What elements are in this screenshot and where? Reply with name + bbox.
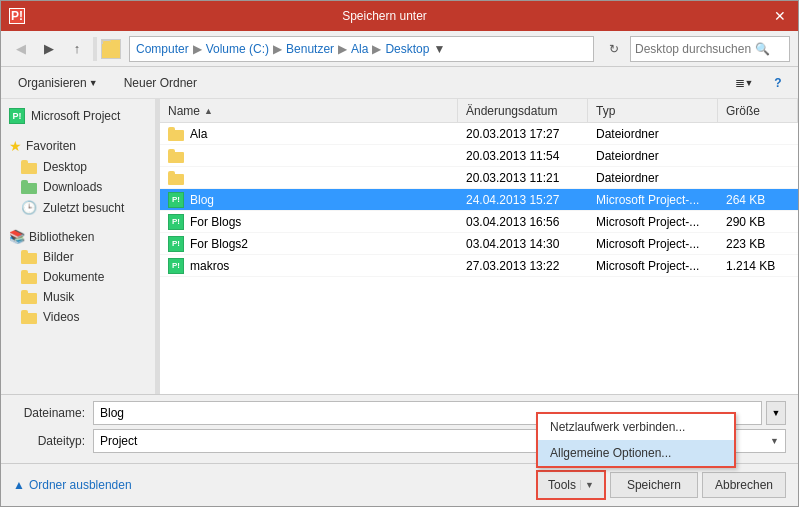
desktop-folder-icon — [21, 160, 37, 174]
file-size-cell: 223 KB — [718, 237, 798, 251]
hide-folder-icon: ▲ — [13, 478, 25, 492]
hide-folder-label: Ordner ausblenden — [29, 478, 132, 492]
search-input[interactable] — [635, 42, 755, 56]
sidebar-libraries-header[interactable]: 📚 Bibliotheken — [1, 226, 155, 247]
folder-icon — [101, 39, 121, 59]
sidebar: P! Microsoft Project ★ Favoriten Desktop… — [1, 99, 156, 394]
file-size-cell: 290 KB — [718, 215, 798, 229]
file-name: Blog — [190, 193, 214, 207]
table-row[interactable]: P! makros 27.03.2013 13:22 Microsoft Pro… — [160, 255, 798, 277]
hide-folder-button[interactable]: ▲ Ordner ausblenden — [13, 478, 132, 492]
cancel-label: Abbrechen — [715, 478, 773, 492]
sidebar-item-ms-project[interactable]: P! Microsoft Project — [1, 105, 155, 127]
app-icon: P! — [9, 8, 25, 24]
table-row[interactable]: Ala 20.03.2013 17:27 Dateiordner — [160, 123, 798, 145]
dokumente-label: Dokumente — [43, 270, 104, 284]
file-date-cell: 20.03.2013 11:54 — [458, 149, 588, 163]
table-row[interactable]: P! For Blogs2 03.04.2013 14:30 Microsoft… — [160, 233, 798, 255]
col-header-size[interactable]: Größe — [718, 99, 798, 122]
allgemeine-label: Allgemeine Optionen... — [550, 446, 671, 460]
file-name-cell: P! makros — [160, 258, 458, 274]
recent-icon: 🕒 — [21, 200, 37, 215]
main-content: P! Microsoft Project ★ Favoriten Desktop… — [1, 99, 798, 394]
footer-right: Tools ▼ Netzlaufwerk verbinden... Allgem… — [536, 470, 786, 500]
file-name-cell: P! For Blogs — [160, 214, 458, 230]
file-type-cell: Dateiordner — [588, 127, 718, 141]
up-button[interactable]: ↑ — [65, 37, 89, 61]
sidebar-item-dokumente[interactable]: Dokumente — [1, 267, 155, 287]
file-list: Ala 20.03.2013 17:27 Dateiordner 20.03.2… — [160, 123, 798, 394]
desktop-label: Desktop — [43, 160, 87, 174]
titlebar-left: P! — [9, 8, 25, 24]
file-type-cell: Dateiordner — [588, 149, 718, 163]
filetype-value: Project — [100, 434, 137, 448]
breadcrumb-computer[interactable]: Computer — [136, 42, 189, 56]
file-name-cell: P! Blog — [160, 192, 458, 208]
breadcrumb-benutzer[interactable]: Benutzer — [286, 42, 334, 56]
filename-dropdown-button[interactable]: ▼ — [766, 401, 786, 425]
table-row[interactable]: 20.03.2013 11:21 Dateiordner — [160, 167, 798, 189]
sort-arrow: ▲ — [204, 106, 213, 116]
file-type-cell: Microsoft Project-... — [588, 193, 718, 207]
back-button[interactable]: ◀ — [9, 37, 33, 61]
sidebar-item-bilder[interactable]: Bilder — [1, 247, 155, 267]
col-header-date[interactable]: Änderungsdatum — [458, 99, 588, 122]
organize-button[interactable]: Organisieren ▼ — [9, 71, 107, 95]
search-bar[interactable]: 🔍 — [630, 36, 790, 62]
breadcrumb-bar[interactable]: Computer ▶ Volume (C:) ▶ Benutzer ▶ Ala … — [129, 36, 594, 62]
new-folder-button[interactable]: Neuer Ordner — [115, 71, 206, 95]
organize-label: Organisieren — [18, 76, 87, 90]
forward-button[interactable]: ▶ — [37, 37, 61, 61]
table-row[interactable]: 20.03.2013 11:54 Dateiordner — [160, 145, 798, 167]
save-label: Speichern — [627, 478, 681, 492]
tools-button[interactable]: Tools ▼ — [538, 472, 604, 498]
ms-file-icon: P! — [168, 236, 184, 252]
table-row[interactable]: P! Blog 24.04.2013 15:27 Microsoft Proje… — [160, 189, 798, 211]
file-date-cell: 20.03.2013 17:27 — [458, 127, 588, 141]
sidebar-favorites-section: ★ Favoriten Desktop Downloads 🕒 Zuletzt … — [1, 135, 155, 218]
close-button[interactable]: ✕ — [770, 6, 790, 26]
breadcrumb-dropdown-button[interactable]: ▼ — [431, 37, 447, 61]
organize-caret: ▼ — [89, 78, 98, 88]
dropdown-item-allgemeine[interactable]: Allgemeine Optionen... — [538, 440, 734, 466]
sidebar-item-videos[interactable]: Videos — [1, 307, 155, 327]
file-name: Ala — [190, 127, 207, 141]
view-caret-icon: ▼ — [745, 78, 754, 88]
file-name: For Blogs — [190, 215, 241, 229]
sidebar-favorites-header[interactable]: ★ Favoriten — [1, 135, 155, 157]
tools-caret-icon: ▼ — [580, 480, 594, 490]
sidebar-item-downloads[interactable]: Downloads — [1, 177, 155, 197]
file-name-cell — [160, 171, 458, 185]
save-button[interactable]: Speichern — [610, 472, 698, 498]
file-size-cell: 264 KB — [718, 193, 798, 207]
libraries-label: Bibliotheken — [29, 230, 94, 244]
breadcrumb-volume[interactable]: Volume (C:) — [206, 42, 269, 56]
file-list-container: Name ▲ Änderungsdatum Typ Größe Ala 20.0 — [160, 99, 798, 394]
view-button[interactable]: ≣ ▼ — [730, 71, 758, 95]
recent-label: Zuletzt besucht — [43, 201, 124, 215]
sidebar-item-recent[interactable]: 🕒 Zuletzt besucht — [1, 197, 155, 218]
dropdown-item-netzlaufwerk[interactable]: Netzlaufwerk verbinden... — [538, 414, 734, 440]
breadcrumb-ala[interactable]: Ala — [351, 42, 368, 56]
navigation-toolbar: ◀ ▶ ↑ Computer ▶ Volume (C:) ▶ Benutzer … — [1, 31, 798, 67]
netzlaufwerk-label: Netzlaufwerk verbinden... — [550, 420, 685, 434]
sidebar-item-musik[interactable]: Musik — [1, 287, 155, 307]
footer-bar: ▲ Ordner ausblenden Tools ▼ Netzlaufwerk… — [1, 463, 798, 506]
help-button[interactable]: ? — [766, 71, 790, 95]
file-list-header: Name ▲ Änderungsdatum Typ Größe — [160, 99, 798, 123]
col-header-type[interactable]: Typ — [588, 99, 718, 122]
file-date-cell: 24.04.2013 15:27 — [458, 193, 588, 207]
tools-label: Tools — [548, 478, 576, 492]
ms-project-icon: P! — [9, 108, 25, 124]
help-icon: ? — [774, 76, 781, 90]
refresh-button[interactable]: ↻ — [602, 37, 626, 61]
file-date-cell: 27.03.2013 13:22 — [458, 259, 588, 273]
separator — [93, 37, 97, 61]
search-icon: 🔍 — [755, 42, 770, 56]
cancel-button[interactable]: Abbrechen — [702, 472, 786, 498]
filetype-label: Dateityp: — [13, 434, 93, 448]
col-header-name[interactable]: Name ▲ — [160, 99, 458, 122]
breadcrumb-desktop[interactable]: Desktop — [385, 42, 429, 56]
sidebar-item-desktop[interactable]: Desktop — [1, 157, 155, 177]
table-row[interactable]: P! For Blogs 03.04.2013 16:56 Microsoft … — [160, 211, 798, 233]
